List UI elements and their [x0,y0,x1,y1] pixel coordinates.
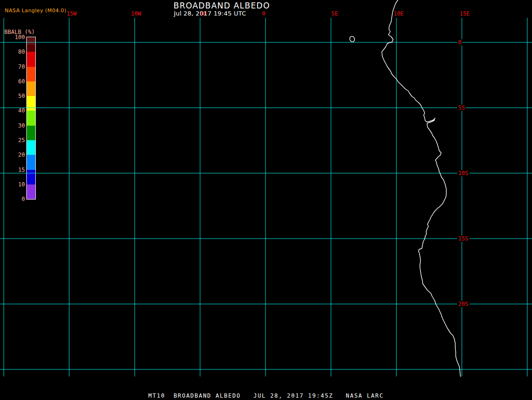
page-title: BROADBAND ALBEDO [174,1,270,10]
latitude-label: 10S [457,170,469,176]
latitude-label: 15S [457,236,469,242]
source-version-label: NASA Langley (M04.0) [5,8,66,14]
page-subtitle-datetime: Jul 28, 2017 19:45 UTC [174,10,246,17]
latitude-label: 20S [457,301,469,307]
map-canvas [0,0,532,400]
latitude-label: 5S [457,105,466,111]
coastline [382,0,460,376]
island-outline [349,36,355,43]
albedo-map-screen: NASA Langley (M04.0) BROADBAND ALBEDO Ju… [0,0,532,400]
latitude-label: 0 [457,40,462,46]
